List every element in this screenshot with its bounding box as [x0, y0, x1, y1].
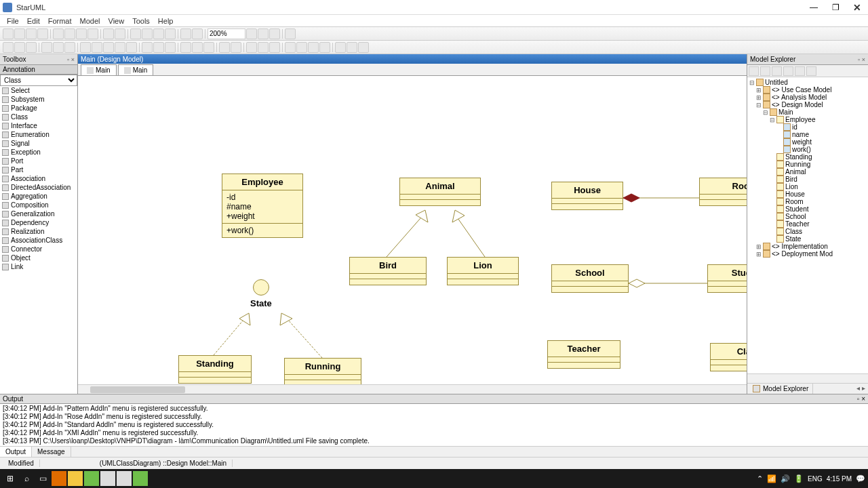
tray-time[interactable]: 4:15 PM [827, 475, 852, 483]
tree-class-state[interactable]: State [749, 235, 867, 243]
class-standing[interactable]: Standing [178, 355, 252, 384]
tb-btn-f[interactable] [285, 28, 296, 39]
output-tab-output[interactable]: Output [0, 447, 32, 457]
tree-model-0[interactable]: ⊞<> Use Case Model [749, 86, 867, 94]
explorer-btn-2[interactable] [760, 66, 770, 76]
fmt-h[interactable] [126, 42, 137, 53]
fmt-u[interactable] [335, 42, 346, 53]
toolbox-item-signal[interactable]: Signal [0, 139, 77, 148]
toolbox-item-associationclass[interactable]: AssociationClass [0, 236, 77, 245]
toolbox-item-directedassociation[interactable]: DirectedAssociation [0, 183, 77, 192]
menu-edit[interactable]: Edit [23, 16, 44, 26]
toolbox-item-realization[interactable]: Realization [0, 227, 77, 236]
menu-model[interactable]: Model [76, 16, 104, 26]
fmt-p[interactable] [269, 42, 280, 53]
tree-toggle-icon[interactable]: ⊟ [762, 109, 768, 116]
toolbox-item-class[interactable]: Class [0, 113, 77, 121]
fmt-q[interactable] [285, 42, 296, 53]
tree-class-student[interactable]: Student [749, 205, 867, 213]
taskview-icon[interactable]: ▭ [35, 471, 50, 486]
class-student[interactable]: Student [707, 264, 747, 293]
tree-toggle-icon[interactable]: ⊟ [749, 79, 755, 86]
align-right[interactable] [165, 42, 176, 53]
fmt-d[interactable] [80, 42, 91, 53]
fmt-s[interactable] [308, 42, 319, 53]
explorer-btn-5[interactable] [795, 66, 805, 76]
fmt-n[interactable] [246, 42, 257, 53]
toolbox-controls[interactable]: ▫ × [67, 56, 75, 63]
start-button[interactable]: ⊞ [3, 471, 18, 486]
zoom-fit-button[interactable] [269, 28, 280, 39]
system-tray[interactable]: ⌃ 📶 🔊 🔋 ENG 4:15 PM 💬 [757, 474, 865, 483]
fmt-r[interactable] [296, 42, 307, 53]
tree-toggle-icon[interactable]: ⊟ [769, 117, 775, 123]
interface-state[interactable]: State [250, 279, 272, 308]
fmt-c[interactable] [64, 42, 75, 53]
tree-bottom-model-1[interactable]: ⊞<> Deployment Mod [749, 250, 867, 258]
linecolor-button[interactable] [26, 42, 37, 53]
explorer-tab-model[interactable]: Model Explorer [747, 384, 813, 394]
tree-employee[interactable]: ⊟Employee [749, 116, 867, 123]
tree-toggle-icon[interactable]: ⊞ [755, 251, 762, 258]
menu-view[interactable]: View [104, 16, 129, 26]
canvas-tab-main-1[interactable]: Main [81, 64, 117, 75]
font-button[interactable] [3, 42, 14, 53]
find-button[interactable] [130, 28, 141, 39]
class-running[interactable]: Running [284, 358, 361, 384]
tray-notifications-icon[interactable]: 💬 [856, 474, 865, 483]
canvas-scrollbar-horizontal[interactable] [78, 384, 747, 394]
menu-help[interactable]: Help [154, 16, 178, 26]
zoom-in-button[interactable] [258, 28, 269, 39]
taskbar-app-6[interactable] [133, 471, 148, 486]
color-button[interactable] [14, 42, 25, 53]
cut-button[interactable] [53, 28, 64, 39]
tree-model-2[interactable]: ⊟<> Design Model [749, 101, 867, 108]
tree-toggle-icon[interactable]: ⊞ [755, 243, 762, 250]
toolbox-category-dropdown[interactable]: Class [0, 75, 77, 86]
tray-network-icon[interactable]: 📶 [767, 474, 776, 483]
explorer-scrollbar[interactable] [747, 373, 868, 383]
tb-btn-b[interactable] [153, 28, 164, 39]
tray-chevron-icon[interactable]: ⌃ [757, 474, 763, 483]
tb-btn-e[interactable] [192, 28, 203, 39]
toolbox-item-enumeration[interactable]: Enumeration [0, 130, 77, 139]
toolbox-item-aggregation[interactable]: Aggregation [0, 192, 77, 201]
class-class[interactable]: Class [710, 343, 747, 371]
tree-bottom-model-0[interactable]: ⊞<> Implementation [749, 243, 867, 250]
align-left[interactable] [142, 42, 153, 53]
explorer-controls[interactable]: ▫ × [858, 56, 865, 63]
tb-btn-d[interactable] [180, 28, 191, 39]
taskbar-app-4[interactable] [100, 471, 115, 486]
copy-button[interactable] [64, 28, 75, 39]
toolbox-item-object[interactable]: Object [0, 253, 77, 262]
tb-btn-a[interactable] [142, 28, 153, 39]
menu-tools[interactable]: Tools [128, 16, 154, 26]
output-tab-message[interactable]: Message [32, 447, 71, 457]
paste-button[interactable] [76, 28, 87, 39]
tree-class-standing[interactable]: Standing [749, 153, 867, 161]
toolbox-item-association[interactable]: Association [0, 174, 77, 183]
fmt-a[interactable] [41, 42, 52, 53]
search-icon[interactable]: ⌕ [19, 471, 34, 486]
tree-class-teacher[interactable]: Teacher [749, 220, 867, 228]
explorer-tab-nav[interactable]: ◂ ▸ [854, 384, 868, 394]
fmt-l[interactable] [219, 42, 230, 53]
fmt-w[interactable] [358, 42, 369, 53]
tb-btn-c[interactable] [165, 28, 176, 39]
tree-root[interactable]: ⊟Untitled [749, 79, 867, 86]
toolbox-item-composition[interactable]: Composition [0, 201, 77, 209]
toolbox-item-subsystem[interactable]: Subsystem [0, 95, 77, 104]
diagram-canvas[interactable]: State Employee-id#name+weight+work()Anim… [78, 76, 747, 384]
undo-button[interactable] [103, 28, 114, 39]
fmt-e[interactable] [92, 42, 102, 53]
align-center[interactable] [153, 42, 164, 53]
toolbox-item-exception[interactable]: Exception [0, 148, 77, 157]
explorer-btn-1[interactable] [749, 66, 759, 76]
tree-class-animal[interactable]: Animal [749, 168, 867, 176]
tree-emp-attr-0[interactable]: id [749, 123, 867, 131]
class-lion[interactable]: Lion [447, 257, 519, 285]
tree-toggle-icon[interactable]: ⊟ [755, 102, 762, 108]
toolbox-item-package[interactable]: Package [0, 104, 77, 113]
minimize-button[interactable]: — [806, 2, 822, 13]
class-room[interactable]: Room [699, 178, 747, 206]
